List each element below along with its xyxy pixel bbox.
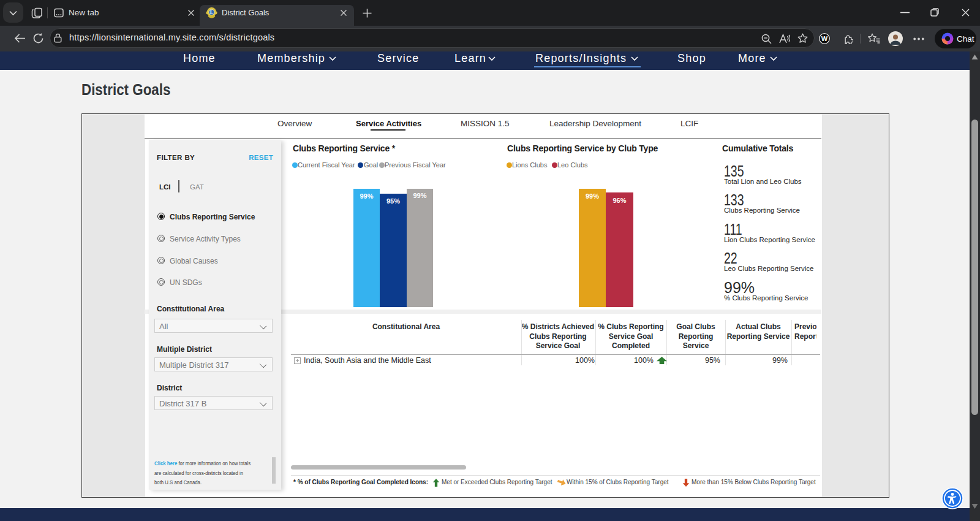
svg-text:L: L (210, 10, 213, 15)
svg-text:W: W (821, 35, 828, 42)
